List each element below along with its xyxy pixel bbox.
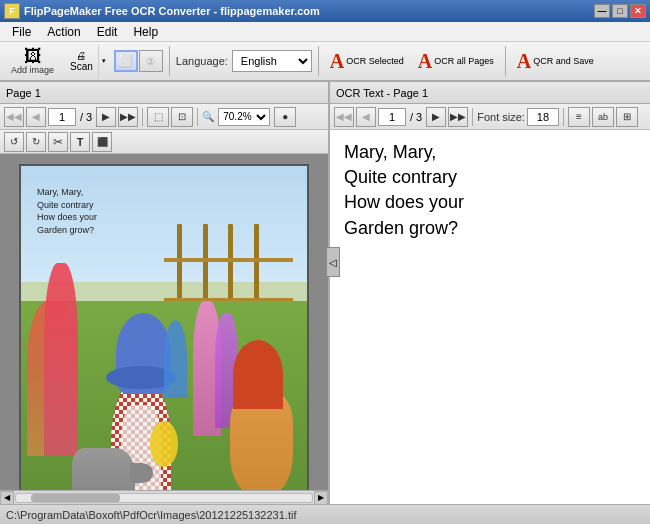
sidebar-collapse-arrow[interactable]: ◁ [326, 247, 340, 277]
add-image-label: Add image [11, 65, 54, 75]
scan-icon: 🖨 [76, 50, 86, 61]
right-page-number-input[interactable] [378, 108, 406, 126]
page-number-input[interactable] [48, 108, 76, 126]
add-image-icon: 🖼 [24, 47, 42, 65]
right-nav-sep-2 [563, 108, 564, 126]
main-area: Page 1 ◀◀ ◀ / 3 ▶ ▶▶ ⬚ ⊡ 🔍 70.2% 50% 75%… [0, 82, 650, 504]
right-panel-header: OCR Text - Page 1 [330, 82, 650, 104]
language-group: Language: English [176, 50, 312, 72]
left-tools-toolbar: ↺ ↻ ✂ T ⬛ [0, 130, 328, 154]
scroll-thumb[interactable] [31, 494, 120, 502]
ocr-all-pages-icon: A [418, 50, 432, 73]
right-panel: OCR Text - Page 1 ◀◀ ◀ / 3 ▶ ▶▶ Font siz… [330, 82, 650, 504]
right-nav-toolbar: ◀◀ ◀ / 3 ▶ ▶▶ Font size: ≡ ab ⊞ [330, 104, 650, 130]
zoom-icon: 🔍 [202, 111, 214, 122]
ocr-all-pages-label: OCR all Pages [434, 56, 494, 66]
undo-button[interactable]: ↺ [4, 132, 24, 152]
expand-button[interactable]: ⊞ [616, 107, 638, 127]
menu-action[interactable]: Action [39, 23, 88, 41]
view-mode-1[interactable]: ⬜ [114, 50, 138, 72]
app-title: FlipPageMaker Free OCR Converter - flipp… [24, 5, 320, 17]
ocr-selected-button[interactable]: A OCR Selected [325, 44, 409, 78]
separator-1 [169, 46, 170, 76]
fit-page-button[interactable]: ⊡ [171, 107, 193, 127]
ocr-selected-icon: A [330, 50, 344, 73]
right-next-page-button[interactable]: ▶ [426, 107, 446, 127]
scan-group: 🖨 Scan ▾ [65, 44, 110, 78]
nav-sep-1 [142, 108, 143, 126]
left-nav-toolbar: ◀◀ ◀ / 3 ▶ ▶▶ ⬚ ⊡ 🔍 70.2% 50% 75% 100% ● [0, 104, 328, 130]
separator-3 [505, 46, 506, 76]
format-button-2[interactable]: ab [592, 107, 614, 127]
right-first-page-button[interactable]: ◀◀ [334, 107, 354, 127]
prev-page-button[interactable]: ◀ [26, 107, 46, 127]
app-icon: F [4, 3, 20, 19]
left-scrollbar[interactable]: ◀ ▶ [0, 490, 328, 504]
font-size-label: Font size: [477, 111, 525, 123]
menu-file[interactable]: File [4, 23, 39, 41]
scan-label: Scan [70, 61, 93, 72]
next-page-button[interactable]: ▶ [96, 107, 116, 127]
scan-button[interactable]: 🖨 Scan [65, 44, 98, 78]
nav-sep-2 [197, 108, 198, 126]
statusbar: C:\ProgramData\Boxoft\PdfOcr\Images\2012… [0, 504, 650, 524]
minimize-button[interactable]: — [594, 4, 610, 18]
titlebar: F FlipPageMaker Free OCR Converter - fli… [0, 0, 650, 22]
first-page-button[interactable]: ◀◀ [4, 107, 24, 127]
font-size-input[interactable] [527, 108, 559, 126]
document-page: Mary, Mary, Quite contrary How does your… [19, 164, 309, 490]
scan-dropdown-arrow[interactable]: ▾ [98, 44, 110, 78]
redo-button[interactable]: ↻ [26, 132, 46, 152]
fit-width-button[interactable]: ⬚ [147, 107, 169, 127]
left-panel-header: Page 1 [0, 82, 328, 104]
file-path: C:\ProgramData\Boxoft\PdfOcr\Images\2012… [6, 509, 644, 521]
zoom-select[interactable]: 70.2% 50% 75% 100% [218, 108, 270, 126]
menu-edit[interactable]: Edit [89, 23, 126, 41]
scroll-left-button[interactable]: ◀ [0, 491, 14, 505]
crop-button[interactable]: ✂ [48, 132, 68, 152]
right-prev-page-button[interactable]: ◀ [356, 107, 376, 127]
maximize-button[interactable]: □ [612, 4, 628, 18]
scroll-track [15, 493, 313, 503]
last-page-button[interactable]: ▶▶ [118, 107, 138, 127]
more-tools-button[interactable]: ⬛ [92, 132, 112, 152]
text-tool-button[interactable]: T [70, 132, 90, 152]
document-text-overlay: Mary, Mary, Quite contrary How does your… [37, 186, 97, 236]
window-controls: — □ ✕ [594, 4, 646, 18]
menubar: File Action Edit Help [0, 22, 650, 42]
format-button-1[interactable]: ≡ [568, 107, 590, 127]
ocr-selected-label: OCR Selected [346, 56, 404, 66]
left-panel: Page 1 ◀◀ ◀ / 3 ▶ ▶▶ ⬚ ⊡ 🔍 70.2% 50% 75%… [0, 82, 330, 504]
ocr-all-pages-button[interactable]: A OCR all Pages [413, 44, 499, 78]
page-separator: / 3 [78, 111, 94, 123]
right-nav-sep-1 [472, 108, 473, 126]
scroll-right-button[interactable]: ▶ [314, 491, 328, 505]
view-mode-2[interactable]: ② [139, 50, 163, 72]
right-last-page-button[interactable]: ▶▶ [448, 107, 468, 127]
ocr-text-area[interactable]: Mary, Mary, Quite contrary How does your… [330, 130, 650, 504]
qcr-save-icon: A [517, 50, 531, 73]
document-area[interactable]: Mary, Mary, Quite contrary How does your… [0, 154, 328, 490]
language-label: Language: [176, 55, 228, 67]
qcr-save-button[interactable]: A QCR and Save [512, 44, 599, 78]
qcr-save-label: QCR and Save [533, 56, 594, 66]
separator-2 [318, 46, 319, 76]
add-image-button[interactable]: 🖼 Add image [4, 44, 61, 78]
zoom-reset-button[interactable]: ● [274, 107, 296, 127]
main-toolbar: 🖼 Add image 🖨 Scan ▾ ⬜ ② Language: Engli… [0, 42, 650, 82]
close-button[interactable]: ✕ [630, 4, 646, 18]
menu-help[interactable]: Help [125, 23, 166, 41]
language-select[interactable]: English [232, 50, 312, 72]
right-page-separator: / 3 [408, 111, 424, 123]
